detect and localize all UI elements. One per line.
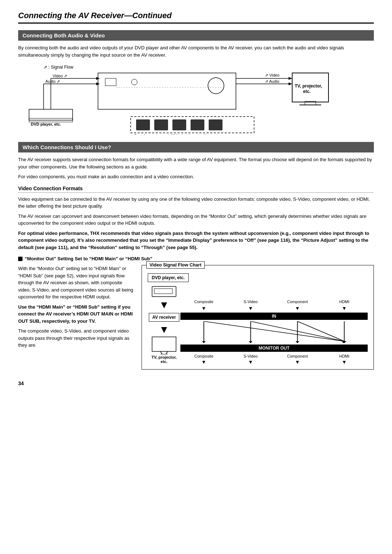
fc-bottom-headers: Composite S-Video Component HDMI <box>180 354 368 358</box>
fc-av-receiver-box: AV receiver <box>149 313 179 322</box>
svg-rect-32 <box>191 119 204 130</box>
fc-arrow-down-2: ▼ <box>159 325 169 335</box>
svg-marker-42 <box>202 341 205 343</box>
svg-rect-33 <box>209 119 222 130</box>
svg-marker-21 <box>289 82 292 85</box>
fc-bottom-hdmi: HDMI <box>321 354 368 358</box>
svg-point-3 <box>131 79 137 85</box>
fc-monitor-out-bar: MONITOR OUT <box>180 345 368 352</box>
fc-header-composite: Composite <box>180 300 227 304</box>
fc-main-layout: ▼ AV receiver ▼ TV, projector, etc. <box>148 286 368 365</box>
fc-dvd-graphic <box>151 286 177 298</box>
svg-line-39 <box>166 351 168 354</box>
fc-bottom-component: Component <box>274 354 321 358</box>
fc-dvd-box: DVD player, etc. <box>148 273 189 282</box>
fc-top-arrows: ▼ ▼ ▼ ▼ <box>180 305 368 311</box>
svg-text:etc.: etc. <box>303 89 311 94</box>
section1-body1: By connecting both the audio and video o… <box>18 44 374 58</box>
svg-line-50 <box>298 321 344 341</box>
svg-rect-37 <box>152 337 176 351</box>
fc-bottom-svideo: S-Video <box>227 354 274 358</box>
fc-header-hdmi: HDMI <box>321 300 368 304</box>
svg-text:DVD player, etc.: DVD player, etc. <box>31 122 61 126</box>
svg-text:Audio ⇗: Audio ⇗ <box>45 79 60 83</box>
svg-marker-46 <box>295 341 299 343</box>
monitor-out-layout: With the “Monitor Out” setting set to “H… <box>18 265 374 370</box>
bullet-square-icon <box>18 257 23 261</box>
video-connection-formats-heading: Video Connection Formats <box>18 186 374 193</box>
monitor-out-right-chart: Video Signal Flow Chart DVD player, etc. <box>142 265 374 370</box>
svg-text:Video ⇗: Video ⇗ <box>53 74 67 78</box>
svg-point-5 <box>208 78 224 94</box>
svg-rect-2 <box>105 78 116 86</box>
svg-marker-18 <box>289 77 292 80</box>
section2-body1: The AV receiver supports several connect… <box>18 156 374 170</box>
flow-chart-title: Video Signal Flow Chart <box>146 261 205 269</box>
svg-text:⇗ Audio: ⇗ Audio <box>265 79 279 83</box>
fc-dvd-label: DVD player, etc. <box>148 273 368 284</box>
video-connection-formats-body2: The AV receiver can upconvert and downco… <box>18 213 374 227</box>
fc-header-component: Component <box>274 300 321 304</box>
svg-text:⇗ : Signal Flow: ⇗ : Signal Flow <box>44 65 73 70</box>
svg-text:Speakers see page 26 for hooku: Speakers see page 26 for hookup details <box>134 134 208 135</box>
section1-header: Connecting Both Audio & Video <box>18 30 374 41</box>
monitor-out-text3: The composite video, S-Video, and compon… <box>18 327 134 349</box>
svg-rect-30 <box>154 119 168 130</box>
title-main: Connecting the AV Receiver <box>18 11 124 20</box>
monitor-out-text1: With the “Monitor Out” setting set to “H… <box>18 265 134 301</box>
fc-in-bar: IN <box>180 313 368 320</box>
svg-line-47 <box>204 321 344 341</box>
section2-body2: For video components, you must make an a… <box>18 173 374 180</box>
monitor-out-text2: Use the “HDMI Main” or “HDMI Sub” settin… <box>18 304 134 325</box>
svg-text:TV, projector,: TV, projector, <box>295 83 322 89</box>
page-title: Connecting the AV Receiver—Continued <box>18 11 374 24</box>
fc-signal-paths <box>180 321 368 343</box>
fc-arrow-down-1: ▼ <box>159 300 169 310</box>
svg-rect-1 <box>98 73 236 109</box>
page-number: 34 <box>18 380 374 386</box>
svg-text:⇗ Video: ⇗ Video <box>265 73 279 77</box>
title-continued: Continued <box>132 11 172 20</box>
svg-line-38 <box>160 351 162 354</box>
signal-flow-svg: ⇗ : Signal Flow DVD player, etc. Video ⇗… <box>18 62 374 135</box>
fc-tv-graphic <box>151 336 177 354</box>
fc-bottom-arrows: ▼ ▼ ▼ ▼ <box>180 359 368 365</box>
svg-rect-29 <box>136 119 150 130</box>
fc-signal-svg <box>180 321 368 343</box>
fc-header-svideo: S-Video <box>227 300 274 304</box>
signal-flow-diagram: ⇗ : Signal Flow DVD player, etc. Video ⇗… <box>18 62 374 135</box>
flow-chart-inner: DVD player, etc. ▼ AV receiv <box>148 273 368 365</box>
section2-header: Which Connections Should I Use? <box>18 142 374 152</box>
fc-left-column: ▼ AV receiver ▼ TV, projector, etc. <box>148 286 180 365</box>
fc-right-columns: Composite S-Video Component HDMI ▼ ▼ ▼ ▼ <box>180 286 368 365</box>
flow-chart: Video Signal Flow Chart DVD player, etc. <box>142 265 374 370</box>
video-connection-formats-body1: Video equipment can be connected to the … <box>18 196 374 210</box>
fc-tv-label: TV, projector, etc. <box>148 355 180 364</box>
monitor-out-left-text: With the “Monitor Out” setting set to “H… <box>18 265 134 370</box>
thx-bold-paragraph: For optimal video performance, THX recom… <box>18 230 374 251</box>
monitor-out-bullet: “Monitor Out” Setting Set to “HDMI Main”… <box>18 256 374 261</box>
monitor-out-heading: “Monitor Out” Setting Set to “HDMI Main”… <box>25 256 152 261</box>
fc-top-headers: Composite S-Video Component HDMI <box>180 286 368 304</box>
svg-rect-36 <box>154 289 172 294</box>
fc-bottom-composite: Composite <box>180 354 227 358</box>
svg-marker-44 <box>249 341 252 343</box>
svg-rect-31 <box>172 119 186 130</box>
